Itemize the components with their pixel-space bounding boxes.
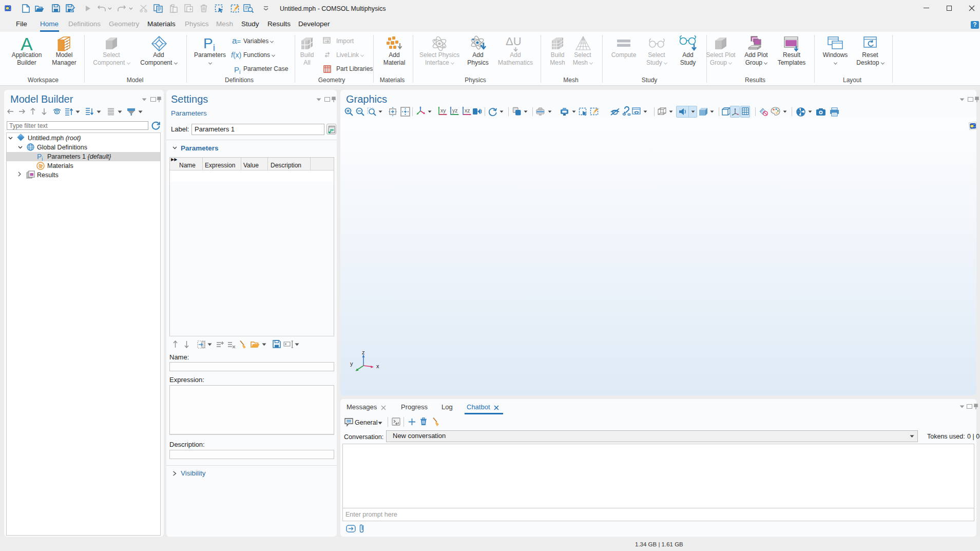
svg-text:x: x <box>376 363 379 369</box>
svg-text:xz: xz <box>465 107 470 113</box>
svg-text:yz: yz <box>452 107 458 113</box>
svg-text:xy: xy <box>440 107 446 113</box>
svg-text:z: z <box>362 349 365 355</box>
svg-text:y: y <box>350 360 353 367</box>
